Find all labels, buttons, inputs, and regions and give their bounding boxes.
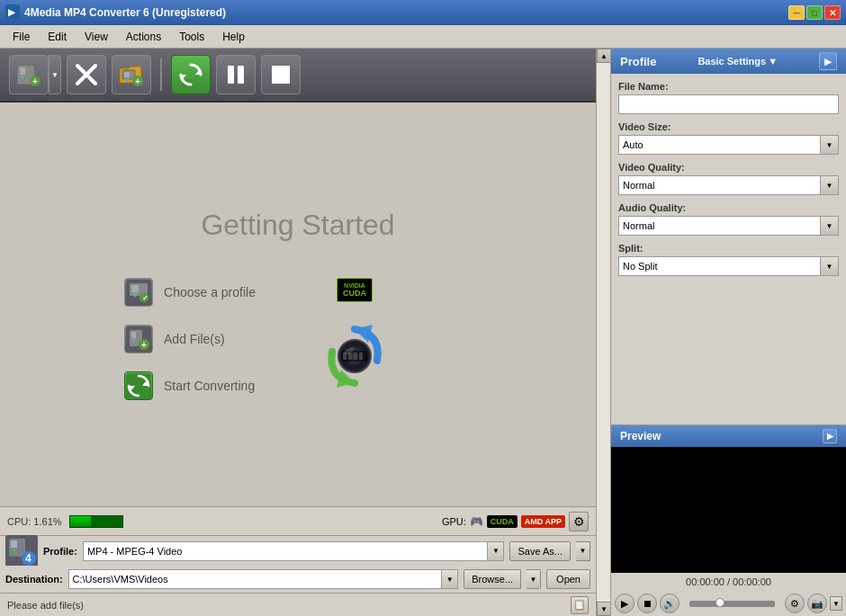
volume-knob[interactable] — [716, 598, 724, 607]
open-button[interactable]: Open — [546, 569, 590, 589]
svg-rect-17 — [238, 66, 244, 84]
instruction-start-converting: Start Converting — [124, 371, 256, 400]
scroll-track — [597, 63, 610, 602]
convert-button[interactable] — [171, 55, 211, 94]
split-select[interactable]: No Split Split by Size Split by Duration — [618, 256, 821, 276]
preview-section: Preview ▶ 00:00:00 / 00:00:00 ▶ ⏹ 🔊 ⚙ 📷 … — [611, 424, 846, 616]
play-button[interactable]: ▶ — [615, 594, 634, 613]
split-arrow[interactable]: ▼ — [821, 256, 839, 276]
video-size-arrow[interactable]: ▼ — [821, 135, 839, 155]
svg-rect-45 — [11, 540, 17, 548]
menu-file[interactable]: File — [4, 28, 39, 46]
gpu-section: GPU: 🎮 CUDA AMD APP ⚙ — [442, 512, 589, 531]
screenshot-button[interactable]: 📷 — [807, 594, 827, 613]
profile-select-arrow[interactable]: ▼ — [488, 541, 504, 561]
menu-help[interactable]: Help — [213, 28, 254, 46]
video-size-label: Video Size: — [618, 121, 839, 132]
menu-bar: File Edit View Actions Tools Help — [0, 25, 846, 49]
cpu-label: CPU: 1.61% — [7, 516, 62, 527]
menu-tools[interactable]: Tools — [170, 28, 213, 46]
menu-view[interactable]: View — [76, 28, 117, 46]
settings-icon-button[interactable]: ⚙ — [569, 512, 589, 531]
gpu-label: GPU: — [442, 516, 466, 527]
video-quality-select[interactable]: Normal High Low — [618, 175, 821, 195]
menu-actions[interactable]: Actions — [117, 28, 170, 46]
title-controls: ─ □ ✕ — [788, 5, 841, 20]
audio-quality-arrow[interactable]: ▼ — [821, 216, 839, 236]
profile-file-icon: 4 — [5, 535, 38, 567]
audio-quality-select[interactable]: Normal High Low — [618, 216, 821, 236]
add-file-button[interactable]: + — [9, 55, 49, 94]
stop-button[interactable] — [261, 55, 301, 94]
profile-panel-title: Profile — [620, 55, 656, 68]
menu-edit[interactable]: Edit — [39, 28, 76, 46]
content-area: Getting Started ✓ — [0, 103, 596, 506]
add-folder-button[interactable]: + — [112, 55, 151, 94]
svg-text:✓: ✓ — [142, 294, 148, 302]
video-quality-arrow[interactable]: ▼ — [821, 175, 839, 195]
profile-select-wrapper: MP4 - MPEG-4 VideoAVI - Audio Video Inte… — [83, 541, 505, 561]
destination-label: Destination: — [5, 574, 63, 585]
main-container: + ▼ + — [0, 49, 846, 616]
preview-more-button[interactable]: ▼ — [830, 596, 842, 611]
file-name-input[interactable] — [618, 94, 839, 114]
preview-title: Preview — [620, 430, 661, 442]
app-icon: ▶ — [5, 4, 20, 22]
minimize-button[interactable]: ─ — [788, 5, 805, 20]
svg-rect-18 — [272, 66, 290, 84]
basic-settings-button[interactable]: Basic Settings ▼ — [698, 56, 778, 67]
message-text: Please add file(s) — [7, 600, 565, 611]
preview-expand-button[interactable]: ▶ — [823, 429, 837, 443]
expand-profile-button[interactable]: ▶ — [819, 52, 837, 70]
cuda-status-badge: CUDA — [487, 515, 518, 528]
status-bar: CPU: 1.61% GPU: 🎮 CUDA AMD APP ⚙ — [0, 506, 596, 535]
scroll-up-button[interactable]: ▲ — [597, 49, 611, 63]
video-quality-select-wrapper: Normal High Low ▼ — [618, 175, 839, 195]
delete-button[interactable] — [67, 55, 106, 94]
app-title: 4Media MP4 Converter 6 (Unregistered) — [24, 6, 788, 19]
profile-select[interactable]: MP4 - MPEG-4 VideoAVI - Audio Video Inte… — [83, 541, 489, 561]
svg-rect-40 — [354, 353, 357, 360]
browse-dropdown[interactable]: ▼ — [526, 569, 541, 589]
svg-rect-27 — [131, 332, 136, 338]
volume-slider[interactable] — [689, 601, 775, 607]
destination-arrow[interactable]: ▼ — [442, 569, 458, 589]
instruction-choose-profile: ✓ Choose a profile — [124, 278, 256, 307]
log-button[interactable]: 📋 — [571, 596, 589, 614]
pause-button[interactable] — [216, 55, 256, 94]
start-converting-label: Start Converting — [164, 379, 255, 393]
audio-quality-select-wrapper: Normal High Low ▼ — [618, 216, 839, 236]
cpu-bar-fill — [70, 516, 91, 527]
svg-text:+: + — [135, 76, 140, 86]
volume-button[interactable]: 🔊 — [660, 594, 680, 613]
save-as-dropdown[interactable]: ▼ — [576, 541, 590, 561]
save-as-button[interactable]: Save As... — [509, 541, 571, 561]
add-file-group: + ▼ — [9, 55, 61, 94]
split-label: Split: — [618, 243, 839, 254]
profile-panel-header: Profile Basic Settings ▼ ▶ — [611, 49, 846, 74]
stop-preview-button[interactable]: ⏹ — [637, 594, 657, 613]
close-button[interactable]: ✕ — [824, 5, 841, 20]
profile-label: Profile: — [43, 546, 77, 557]
add-file-dropdown[interactable]: ▼ — [49, 55, 61, 94]
instructions-list: ✓ Choose a profile — [124, 278, 256, 400]
right-panel: Profile Basic Settings ▼ ▶ File Name: Vi… — [610, 49, 846, 616]
video-size-select[interactable]: Auto Same as source 1920x1080 1280x720 — [618, 135, 821, 155]
scroll-down-button[interactable]: ▼ — [597, 602, 611, 616]
settings-preview-button[interactable]: ⚙ — [785, 594, 805, 613]
profile-bar: 4 Profile: MP4 - MPEG-4 VideoAVI - Audio… — [0, 535, 596, 566]
svg-text:+: + — [32, 76, 38, 86]
svg-rect-21 — [131, 285, 139, 292]
instruction-add-files: + Add File(s) — [124, 325, 256, 353]
preview-video-area — [611, 447, 846, 573]
file-name-label: File Name: — [618, 81, 839, 92]
preview-time-display: 00:00:00 / 00:00:00 — [611, 573, 846, 591]
volume-slider-area[interactable] — [682, 601, 782, 607]
destination-input[interactable] — [68, 569, 443, 589]
maximize-button[interactable]: □ — [806, 5, 823, 20]
start-converting-icon — [124, 371, 153, 400]
svg-text:4: 4 — [25, 552, 32, 565]
browse-button[interactable]: Browse... — [464, 569, 521, 589]
preview-header: Preview ▶ — [611, 425, 846, 447]
preview-controls: ▶ ⏹ 🔊 ⚙ 📷 ▼ — [611, 591, 846, 616]
